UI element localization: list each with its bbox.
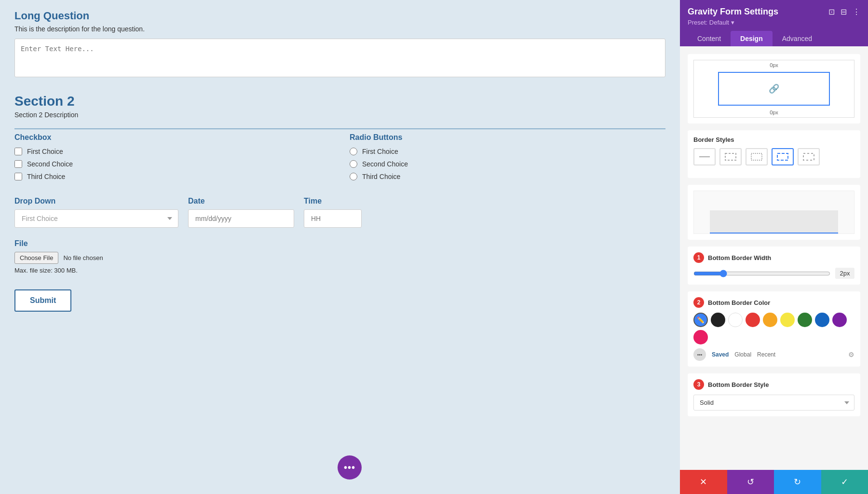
border-color-label: 2 Bottom Border Color xyxy=(693,297,854,308)
color-swatch-green[interactable] xyxy=(798,313,812,327)
border-style-text: Bottom Border Style xyxy=(708,381,769,388)
border-styles-label: Border Styles xyxy=(693,136,854,143)
floating-menu-button[interactable]: ••• xyxy=(338,455,362,480)
dropdown-select[interactable]: First ChoiceSecond ChoiceThird Choice xyxy=(14,209,178,228)
padding-box: 0px 0px 🔗 xyxy=(693,60,854,118)
checkbox-choice-3: Third Choice xyxy=(27,173,65,180)
section2-title: Section 2 xyxy=(14,94,665,109)
border-style-none[interactable] xyxy=(693,148,716,165)
checkbox-radio-row: Checkbox First Choice Second Choice Thir… xyxy=(14,133,665,185)
svg-rect-3 xyxy=(777,153,788,160)
color-tab-recent[interactable]: Recent xyxy=(757,351,775,358)
preview-box-container xyxy=(688,185,860,240)
panel-preset[interactable]: Preset: Default ▾ xyxy=(688,19,860,26)
link-icon[interactable]: 🔗 xyxy=(769,83,779,94)
more-icon[interactable]: ⋮ xyxy=(853,7,860,16)
radio-input-1[interactable] xyxy=(350,148,357,155)
checkbox-item-2[interactable]: Second Choice xyxy=(14,160,330,168)
color-swatch-purple[interactable] xyxy=(832,313,847,327)
border-style-select[interactable]: Solid Dashed Dotted xyxy=(693,395,854,411)
section2-desc: Section 2 Description xyxy=(14,111,665,119)
long-question-title: Long Question xyxy=(14,10,665,22)
layout-icon[interactable]: ⊟ xyxy=(841,7,847,16)
padding-top-label[interactable]: 0px xyxy=(769,62,779,68)
cancel-button[interactable]: ✕ xyxy=(680,470,727,494)
border-color-text: Bottom Border Color xyxy=(708,299,770,306)
checkbox-item-3[interactable]: Third Choice xyxy=(14,173,330,180)
redo-button[interactable]: ↻ xyxy=(774,470,821,494)
svg-rect-2 xyxy=(751,153,762,160)
checkbox-choice-1: First Choice xyxy=(27,148,63,155)
border-style-dotted[interactable] xyxy=(772,148,794,165)
padding-box-container: 0px 0px 🔗 xyxy=(688,54,860,124)
tab-advanced[interactable]: Advanced xyxy=(773,31,822,46)
color-tab-saved[interactable]: Saved xyxy=(712,351,729,358)
padding-bottom-label[interactable]: 0px xyxy=(769,110,779,115)
file-max-size: Max. file size: 300 MB. xyxy=(14,267,665,274)
border-style-dashed[interactable] xyxy=(746,148,768,165)
radio-item-3[interactable]: Third Choice xyxy=(350,173,665,180)
long-question-section: Long Question This is the description fo… xyxy=(0,0,680,89)
undo-button[interactable]: ↺ xyxy=(727,470,774,494)
border-style-double[interactable] xyxy=(798,148,820,165)
main-content: Long Question This is the description fo… xyxy=(0,0,680,494)
radio-input-3[interactable] xyxy=(350,173,357,180)
dropdown-date-row: Drop Down First ChoiceSecond ChoiceThird… xyxy=(14,197,665,228)
color-swatch-blue[interactable] xyxy=(815,313,829,327)
radio-choice-3: Third Choice xyxy=(362,173,400,180)
panel-toolbar: ✕ ↺ ↻ ✓ xyxy=(680,470,868,494)
border-style-dropdown-label: 3 Bottom Border Style xyxy=(693,379,854,390)
border-width-text: Bottom Border Width xyxy=(708,254,771,261)
panel-header: Gravity Form Settings ⊡ ⊟ ⋮ Preset: Defa… xyxy=(680,0,868,46)
file-section: File Choose File No file chosen Max. fil… xyxy=(14,239,665,274)
long-question-textarea[interactable] xyxy=(14,39,665,77)
panel-header-icons: ⊡ ⊟ ⋮ xyxy=(828,7,860,16)
tab-content[interactable]: Content xyxy=(688,31,731,46)
radio-item-2[interactable]: Second Choice xyxy=(350,160,665,168)
preview-box xyxy=(693,191,854,234)
panel-body: 0px 0px 🔗 Border Styles xyxy=(680,46,868,470)
date-wrapper: Date xyxy=(188,197,294,228)
save-button[interactable]: ✓ xyxy=(821,470,868,494)
step-badge-2: 2 xyxy=(693,297,704,308)
time-input[interactable] xyxy=(304,209,362,228)
color-swatch-red[interactable] xyxy=(746,313,760,327)
file-input-row: Choose File No file chosen xyxy=(14,252,665,264)
checkbox-item-1[interactable]: First Choice xyxy=(14,148,330,155)
radio-col: Radio Buttons First Choice Second Choice… xyxy=(350,133,665,185)
color-swatch-orange[interactable] xyxy=(763,313,777,327)
border-style-solid[interactable] xyxy=(719,148,742,165)
color-swatch-black[interactable] xyxy=(711,313,725,327)
radio-item-1[interactable]: First Choice xyxy=(350,148,665,155)
edit-pencil-icon: ✏️ xyxy=(697,316,705,324)
checkbox-input-3[interactable] xyxy=(14,173,22,180)
border-width-value[interactable]: 2px xyxy=(835,268,854,279)
checkbox-choice-2: Second Choice xyxy=(27,160,73,168)
color-row: ✏️ xyxy=(693,313,854,344)
color-settings-icon[interactable]: ⚙ xyxy=(848,351,854,358)
checkbox-label: Checkbox xyxy=(14,133,330,142)
file-no-chosen: No file chosen xyxy=(63,254,103,261)
fullscreen-icon[interactable]: ⊡ xyxy=(828,7,835,16)
submit-button[interactable]: Submit xyxy=(14,289,71,312)
color-tab-global[interactable]: Global xyxy=(734,351,751,358)
dots-icon: ••• xyxy=(697,352,703,357)
date-input[interactable] xyxy=(188,209,294,228)
choose-file-button[interactable]: Choose File xyxy=(14,252,58,264)
color-swatch-pink[interactable] xyxy=(693,330,708,344)
border-width-slider[interactable] xyxy=(693,270,830,277)
border-color-section: 2 Bottom Border Color ✏️ ••• xyxy=(688,291,860,367)
radio-input-2[interactable] xyxy=(350,160,357,168)
section2: Section 2 Section 2 Description Checkbox… xyxy=(0,89,680,321)
color-more-btn[interactable]: ••• xyxy=(693,348,706,361)
border-styles-row xyxy=(693,148,854,165)
color-swatch-white[interactable] xyxy=(728,313,743,327)
date-label: Date xyxy=(188,197,294,206)
color-swatch-edit[interactable]: ✏️ xyxy=(693,313,708,327)
checkbox-input-2[interactable] xyxy=(14,160,22,168)
tab-design[interactable]: Design xyxy=(731,31,773,46)
long-question-desc: This is the description for the long que… xyxy=(14,25,665,33)
step-badge-3: 3 xyxy=(693,379,704,390)
color-swatch-yellow[interactable] xyxy=(780,313,795,327)
checkbox-input-1[interactable] xyxy=(14,148,22,155)
